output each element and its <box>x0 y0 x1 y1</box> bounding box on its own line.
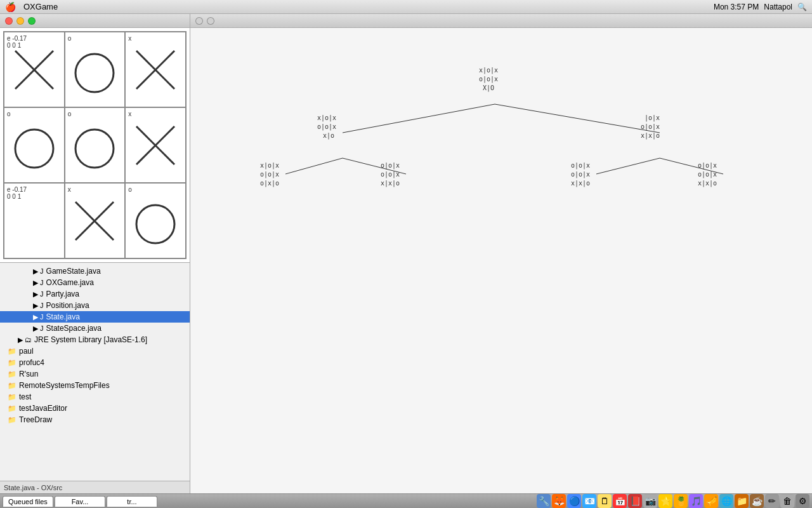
dock-tab-label: Queued files <box>8 498 48 505</box>
close-button[interactable] <box>5 17 13 25</box>
x-mark-12 <box>130 120 181 171</box>
dock-icon-more[interactable]: ⚙ <box>796 494 809 508</box>
dock-tab-queued[interactable]: Queued files <box>3 496 53 507</box>
cell-label-21: x <box>68 186 71 193</box>
x-mark-02 <box>130 44 181 95</box>
search-icon[interactable]: 🔍 <box>797 3 807 11</box>
maximize-button[interactable] <box>28 17 36 25</box>
cell-label-00: e -0.170 0 1 <box>7 35 27 49</box>
svg-point-5 <box>15 130 53 168</box>
dock-icon-pen[interactable]: ✏ <box>765 494 779 508</box>
tree-item-label: TreeDraw <box>19 415 52 424</box>
cell-label-10: o <box>7 110 11 117</box>
file-tree[interactable]: ▶ J GameState.java ▶ J OXGame.java ▶ J P… <box>0 263 190 481</box>
svg-line-13 <box>495 104 660 133</box>
dock-icons: 🔧 🦊 🔵 📧 🗒 📅 📕 📷 ⭐ 🍍 🎵 🎺 🌐 📁 ☕ ✏ 🗑 ⚙ <box>537 494 809 508</box>
tree-item-position[interactable]: ▶ J Position.java <box>0 300 190 311</box>
tree-item-jre[interactable]: ▶ 🗂 JRE System Library [JavaSE-1.6] <box>0 334 190 345</box>
tree-node-l1-left: x|o|x o|o|x x|o <box>317 114 336 140</box>
ttt-cell-02: x <box>125 32 186 107</box>
tree-item-label: State.java <box>46 312 80 321</box>
ttt-cell-11: o <box>65 107 126 183</box>
dock-icon-music[interactable]: 🎵 <box>689 494 703 508</box>
tree-item-oxgame[interactable]: ▶ J OXGame.java <box>0 277 190 288</box>
dock-icon-finder[interactable]: 🔧 <box>537 494 551 508</box>
dock-icon-fruit[interactable]: 🍍 <box>674 494 688 508</box>
tree-item-gamestate[interactable]: ▶ J GameState.java <box>0 265 190 277</box>
ttt-cell-22: o <box>125 183 186 258</box>
svg-point-11 <box>136 205 174 243</box>
tree-item-rsun[interactable]: 📁 R'sun <box>0 368 190 380</box>
status-text: State.java - OX/src <box>4 484 62 491</box>
tree-item-label: paul <box>19 347 34 356</box>
tree-node-l1-right: |o|x o|o|x x|x|o <box>641 114 660 140</box>
main-area: e -0.170 0 1 o x <box>0 14 812 493</box>
dock-tab-fav[interactable]: Fav... <box>55 496 105 507</box>
o-mark-11 <box>69 120 120 171</box>
minimize-button[interactable] <box>16 17 24 25</box>
status-bar: State.java - OX/src <box>0 481 190 493</box>
tree-item-profuc4[interactable]: 📁 profuc4 <box>0 357 190 368</box>
tree-item-label: JRE System Library [JavaSE-1.6] <box>34 335 147 344</box>
dock-icon-cal[interactable]: 📅 <box>613 494 627 508</box>
dock-tab-label-2: Fav... <box>72 498 89 505</box>
tree-item-treedraw[interactable]: 📁 TreeDraw <box>0 414 190 425</box>
dock-icon-files[interactable]: 📁 <box>735 494 749 508</box>
tree-item-label: StateSpace.java <box>46 324 102 333</box>
dock-icon-audio[interactable]: 🎺 <box>704 494 718 508</box>
tree-item-statespace[interactable]: ▶ J StateSpace.java <box>0 323 190 334</box>
tree-item-state[interactable]: ▶ J State.java <box>0 311 190 323</box>
svg-line-12 <box>343 104 495 133</box>
tree-item-paul[interactable]: 📁 paul <box>0 345 190 357</box>
file-icon: ▶ J <box>33 313 44 321</box>
win-btn-1[interactable] <box>195 17 203 25</box>
dock-icon-firefox[interactable]: 🦊 <box>552 494 566 508</box>
x-mark-00 <box>9 44 60 95</box>
tree-item-label: Position.java <box>46 301 89 310</box>
apple-icon[interactable]: 🍎 <box>5 2 16 12</box>
ide-titlebar <box>0 14 190 28</box>
dock-tab-tr[interactable]: tr... <box>107 496 157 507</box>
tree-item-rstemp[interactable]: 📁 RemoteSystemsTempFiles <box>0 380 190 391</box>
time-display: Mon 3:57 PM <box>714 3 759 11</box>
o-mark-22 <box>130 196 181 246</box>
menu-app-name[interactable]: OXGame <box>23 2 58 11</box>
dock-icon-ebook[interactable]: 📕 <box>628 494 642 508</box>
dock-icon-globe[interactable]: 🌐 <box>719 494 733 508</box>
cell-label-12: x <box>128 110 131 117</box>
tree-node-root: x|o|x o|o|x X|O <box>479 66 498 93</box>
tree-node-l2-lr: o|o|x o|o|x x|x|o <box>381 161 400 188</box>
folder-icon: 📁 <box>8 347 16 356</box>
tree-node-l2-ll: x|o|x o|o|x o|x|o <box>260 161 279 188</box>
folder-icon: 📁 <box>8 393 16 401</box>
dock-icon-trash[interactable]: 🗑 <box>780 494 794 508</box>
dock-icon-coffee[interactable]: ☕ <box>750 494 764 508</box>
dock-tab-label-3: tr... <box>127 498 136 505</box>
tree-item-label: RemoteSystemsTempFiles <box>19 381 110 390</box>
dock-icon-mail[interactable]: 📧 <box>582 494 596 508</box>
ttt-cell-10: o <box>4 107 65 183</box>
ttt-grid: e -0.170 0 1 o x <box>3 31 187 259</box>
cell-label-02: x <box>128 35 131 42</box>
tree-item-label: testJavaEditor <box>19 404 67 413</box>
tree-item-test[interactable]: 📁 test <box>0 391 190 403</box>
user-display: Nattapol <box>764 3 792 11</box>
dock-icon-notes[interactable]: 🗒 <box>598 494 612 508</box>
tree-canvas: x|o|x o|o|x X|O x|o|x o|o|x x|o |o|x o|o… <box>190 28 812 493</box>
folder-icon: 📁 <box>8 404 16 413</box>
tree-item-label: Party.java <box>46 290 79 298</box>
file-icon: ▶ J <box>33 267 44 276</box>
menubar: 🍎 OXGame Mon 3:57 PM Nattapol 🔍 <box>0 0 812 14</box>
win-btn-2[interactable] <box>207 17 214 25</box>
svg-line-14 <box>285 158 343 174</box>
dock-icon-app1[interactable]: 🔵 <box>567 494 581 508</box>
svg-line-16 <box>596 158 660 174</box>
dock-icon-star[interactable]: ⭐ <box>658 494 672 508</box>
tree-window-bar <box>190 14 812 28</box>
file-icon: ▶ J <box>33 302 44 310</box>
ttt-cell-01: o <box>65 32 126 107</box>
tree-svg <box>190 28 812 493</box>
dock-icon-photo[interactable]: 📷 <box>643 494 657 508</box>
tree-item-party[interactable]: ▶ J Party.java <box>0 288 190 300</box>
tree-item-testje[interactable]: 📁 testJavaEditor <box>0 403 190 414</box>
